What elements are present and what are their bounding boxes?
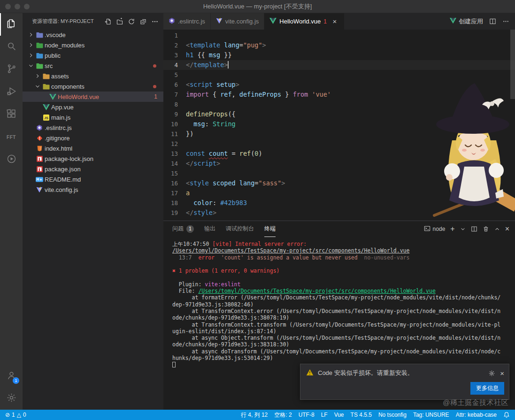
code-line-9[interactable]: 9 defineProps({ — [163, 109, 515, 119]
tree-item-vscode[interactable]: .vscode — [23, 30, 163, 40]
close-panel-icon[interactable]: × — [505, 225, 509, 233]
code-line-5[interactable]: 5 — [163, 70, 515, 80]
tree-item-package-json[interactable]: package.json — [23, 164, 163, 174]
code-line-13[interactable]: 13 const count = ref(0) — [163, 149, 515, 159]
tree-item-public[interactable]: public — [23, 50, 163, 61]
tab-label: HelloWorld.vue — [279, 18, 321, 25]
status-indentation[interactable]: 空格: 2 — [271, 410, 295, 420]
tree-item-main-js[interactable]: JS main.js — [23, 112, 163, 122]
tree-item-src[interactable]: src — [23, 61, 163, 71]
account-button[interactable]: 1 — [0, 365, 23, 387]
code-line-17[interactable]: 17 a — [163, 188, 515, 198]
status-cursor-position[interactable]: 行 4, 列 12 — [238, 410, 271, 420]
tree-item-assets[interactable]: assets — [23, 71, 163, 81]
problems-status[interactable]: ⊘ 1 △ 0 — [2, 410, 30, 420]
notification-close-icon[interactable]: × — [500, 369, 504, 377]
run-debug-button[interactable] — [0, 81, 23, 103]
search-button[interactable] — [0, 36, 23, 58]
vue-icon — [269, 18, 277, 25]
terminal-line: ugin-eslint/dist/index.js:87:14) — [172, 328, 515, 335]
editor-more-icon[interactable] — [502, 18, 509, 25]
source-control-button[interactable] — [0, 58, 23, 81]
create-app-button[interactable]: 创建应用 — [450, 17, 483, 26]
views-more-icon[interactable] — [151, 18, 159, 25]
code-line-20[interactable]: 20 — [163, 218, 515, 221]
new-file-icon[interactable] — [104, 18, 112, 25]
preview-button[interactable] — [0, 148, 23, 171]
line-number: 3 — [163, 50, 186, 60]
activity-bar: FFT 1 — [0, 13, 23, 410]
code-line-1[interactable]: 1 — [163, 31, 515, 40]
panel-tab-debug-console[interactable]: 调试控制台 — [226, 221, 254, 237]
code-line-10[interactable]: 10 msg: String — [163, 119, 515, 129]
tab-vite-config-js[interactable]: vite.config.js — [211, 13, 265, 30]
line-number: 4 — [163, 60, 186, 70]
terminal-line: File: /Users/tomyl/Documents/TestSpace/m… — [172, 288, 515, 294]
tab-helloworld-vue[interactable]: HelloWorld.vue 1 × — [264, 13, 345, 30]
tree-item-package-lock-json[interactable]: package-lock.json — [23, 153, 163, 164]
tree-item-gitignore[interactable]: .gitignore — [23, 133, 163, 143]
extensions-button[interactable] — [0, 103, 23, 126]
code-line-8[interactable]: 8 — [163, 99, 515, 109]
terminal-line: ode/chunks/dep-971d9e33.js:38318:30) — [172, 341, 515, 348]
status-attr-case[interactable]: Attr: kebab-case — [453, 410, 500, 420]
status-eol[interactable]: LF — [318, 410, 331, 420]
tree-item-index-html[interactable]: index.html — [23, 143, 163, 153]
status-encoding[interactable]: UTF-8 — [295, 410, 318, 420]
tree-item-components[interactable]: components — [23, 81, 163, 92]
code-line-2[interactable]: 2 <template lang="pug"> — [163, 40, 515, 50]
new-folder-icon[interactable] — [116, 18, 123, 25]
code-line-11[interactable]: 11 }) — [163, 129, 515, 139]
preview-icon — [6, 153, 17, 166]
tab-eslintrc-js[interactable]: .eslintrc.js — [163, 13, 211, 30]
tree-item-eslintrc-js[interactable]: .eslintrc.js — [23, 122, 163, 133]
minimize-window-button[interactable] — [15, 4, 20, 9]
terminal-dropdown-icon[interactable] — [460, 226, 466, 232]
close-window-button[interactable] — [5, 4, 11, 9]
fft-extension-button[interactable]: FFT — [0, 126, 23, 148]
code-line-4[interactable]: 4 </template> — [163, 60, 515, 70]
gear-icon — [6, 392, 17, 405]
zoom-window-button[interactable] — [24, 4, 30, 9]
panel-tab-output[interactable]: 输出 — [204, 221, 215, 237]
code-line-18[interactable]: 18 color: #42b983 — [163, 198, 515, 208]
code-line-12[interactable]: 12 — [163, 139, 515, 149]
code-editor[interactable]: 1 2 <template lang="pug"> 3 h1 {{ msg }}… — [163, 30, 515, 221]
code-line-14[interactable]: 14 </script> — [163, 159, 515, 168]
status-tag-case[interactable]: Tag: UNSURE — [410, 410, 453, 420]
collapse-folders-icon[interactable] — [139, 18, 147, 25]
editor-scrollbar[interactable] — [510, 30, 515, 99]
explorer-sidebar: 资源管理器: MY-PROJECT .vscode node_modules p… — [23, 13, 163, 410]
notification-settings-icon[interactable] — [488, 370, 495, 377]
status-language-mode[interactable]: Vue — [331, 410, 347, 420]
panel-tab-problems[interactable]: 问题 1 — [172, 221, 194, 237]
tree-item-readme-md[interactable]: README.md — [23, 174, 163, 184]
notifications-bell-icon[interactable] — [500, 410, 513, 420]
code-line-3[interactable]: 3 h1 {{ msg }} — [163, 50, 515, 60]
split-terminal-icon[interactable] — [471, 226, 477, 232]
tree-item-vite-config-js[interactable]: vite.config.js — [23, 184, 163, 195]
tree-item-node-modules[interactable]: node_modules — [23, 40, 163, 50]
new-terminal-icon[interactable]: + — [450, 225, 454, 233]
code-line-19[interactable]: 19 </style> — [163, 208, 515, 218]
status-tsconfig[interactable]: No tsconfig — [375, 410, 410, 420]
code-line-15[interactable]: 15 — [163, 168, 515, 178]
explorer-header: 资源管理器: MY-PROJECT — [23, 13, 163, 30]
refresh-explorer-icon[interactable] — [128, 18, 135, 25]
kill-terminal-icon[interactable] — [483, 226, 489, 232]
code-line-16[interactable]: 16 <style scoped lang="sass"> — [163, 178, 515, 188]
code-line-7[interactable]: 7 import { ref, defineProps } from 'vue' — [163, 90, 515, 99]
explorer-button[interactable] — [0, 13, 23, 36]
tree-item-helloworld-vue[interactable]: HelloWorld.vue 1 — [23, 92, 163, 102]
status-ts-version[interactable]: TS 4.5.5 — [347, 410, 375, 420]
more-info-button[interactable]: 更多信息 — [470, 382, 504, 395]
close-tab-icon[interactable]: × — [331, 17, 339, 26]
tree-item-label: package.json — [44, 166, 163, 173]
terminal-picker[interactable]: node — [424, 225, 446, 233]
maximize-panel-icon[interactable] — [494, 226, 500, 232]
settings-button[interactable] — [0, 387, 23, 410]
split-editor-icon[interactable] — [489, 18, 496, 25]
code-line-6[interactable]: 6 <script setup> — [163, 80, 515, 90]
panel-tab-terminal[interactable]: 终端 — [264, 221, 276, 237]
tree-item-app-vue[interactable]: App.vue — [23, 102, 163, 112]
